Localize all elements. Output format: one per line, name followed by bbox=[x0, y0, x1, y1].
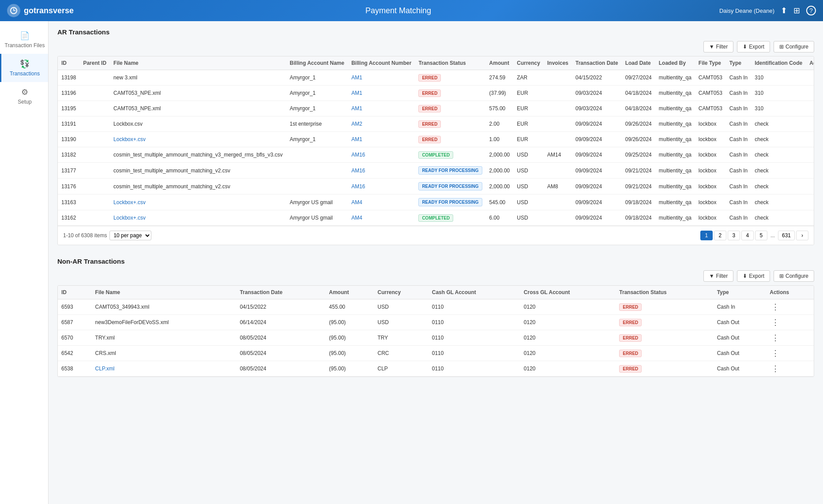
col-type: Type bbox=[714, 286, 767, 299]
status-badge: ERRED bbox=[418, 90, 441, 97]
row-actions-button[interactable]: ⋮ bbox=[809, 183, 814, 190]
row-actions-button[interactable]: ⋮ bbox=[809, 120, 814, 128]
row-actions-button[interactable]: ⋮ bbox=[809, 105, 814, 112]
col-transaction-date: Transaction Date bbox=[572, 56, 622, 70]
help-icon[interactable]: ? bbox=[806, 6, 816, 15]
account-number-link[interactable]: AM1 bbox=[351, 105, 362, 112]
row-actions-button[interactable]: ⋮ bbox=[770, 318, 781, 326]
row-actions-button[interactable]: ⋮ bbox=[770, 303, 781, 311]
cell-actions[interactable]: ⋮ bbox=[806, 86, 814, 101]
non-ar-filter-button[interactable]: ▼ Filter bbox=[703, 270, 734, 282]
row-actions-button[interactable]: ⋮ bbox=[770, 349, 781, 357]
cell-actions[interactable]: ⋮ bbox=[806, 132, 814, 147]
sidebar-item-transaction-files[interactable]: 📄 Transaction Files bbox=[0, 26, 48, 54]
cell-amount: 2,000.00 bbox=[486, 147, 514, 163]
cell-file-type: CAMT053 bbox=[695, 86, 726, 101]
row-actions-button[interactable]: ⋮ bbox=[809, 214, 814, 222]
page-title: Payment Matching bbox=[86, 6, 710, 15]
account-number-link[interactable]: AM4 bbox=[351, 215, 362, 221]
ar-configure-button[interactable]: ⊞ Configure bbox=[774, 41, 814, 52]
user-name[interactable]: Daisy Deane (Deane) bbox=[719, 7, 774, 14]
cell-actions[interactable]: ⋮ bbox=[806, 194, 814, 210]
cell-identification-code: check bbox=[751, 210, 806, 226]
non-ar-export-button[interactable]: ⬇ Export bbox=[737, 270, 770, 282]
file-name-link[interactable]: Lockbox+.csv bbox=[113, 199, 146, 205]
account-number-link[interactable]: AM4 bbox=[351, 199, 362, 205]
cell-actions[interactable]: ⋮ bbox=[806, 163, 814, 179]
page-btn-5[interactable]: 5 bbox=[755, 231, 767, 240]
file-name-link[interactable]: CLP.xml bbox=[95, 366, 115, 372]
page-btn-3[interactable]: 3 bbox=[728, 231, 740, 240]
cell-billing-account-name bbox=[286, 163, 348, 179]
row-actions-button[interactable]: ⋮ bbox=[809, 74, 814, 82]
cell-loaded-by: multientity_qa bbox=[655, 194, 695, 210]
row-actions-button[interactable]: ⋮ bbox=[809, 167, 814, 175]
col-transaction-status: Transaction Status bbox=[616, 286, 713, 299]
cell-transaction-date: 06/14/2024 bbox=[236, 315, 325, 330]
row-actions-button[interactable]: ⋮ bbox=[809, 198, 814, 206]
upload-icon[interactable]: ⬆ bbox=[781, 6, 787, 15]
col-file-type: File Type bbox=[695, 56, 726, 70]
cell-transaction-status: ERRED bbox=[415, 86, 485, 101]
cell-actions[interactable]: ⋮ bbox=[806, 210, 814, 226]
non-ar-configure-button[interactable]: ⊞ Configure bbox=[774, 270, 814, 282]
cell-actions[interactable]: ⋮ bbox=[806, 147, 814, 163]
cell-currency: USD bbox=[374, 315, 428, 330]
cell-cash-gl-account: 0110 bbox=[428, 361, 520, 377]
page-next-btn[interactable]: › bbox=[796, 231, 808, 240]
cell-parent-id bbox=[79, 116, 110, 132]
top-nav: gotransverse Payment Matching Daisy Dean… bbox=[0, 0, 823, 21]
ar-transactions-table: ID Parent ID File Name Billing Account N… bbox=[58, 56, 814, 226]
page-btn-2[interactable]: 2 bbox=[714, 231, 726, 240]
cell-invoices bbox=[544, 210, 572, 226]
cell-actions[interactable]: ⋮ bbox=[766, 346, 814, 361]
account-number-link[interactable]: AM2 bbox=[351, 121, 362, 127]
account-number-link[interactable]: AM1 bbox=[351, 136, 362, 142]
page-btn-631[interactable]: 631 bbox=[778, 231, 795, 240]
row-actions-button[interactable]: ⋮ bbox=[770, 365, 781, 373]
sidebar: 📄 Transaction Files 💱 Transactions ⚙ Set… bbox=[0, 21, 49, 504]
account-number-link[interactable]: AM16 bbox=[351, 183, 365, 190]
row-actions-button[interactable]: ⋮ bbox=[809, 151, 814, 159]
file-name-link[interactable]: Lockbox+.csv bbox=[113, 215, 146, 221]
cell-actions[interactable]: ⋮ bbox=[806, 116, 814, 132]
cell-loaded-by: multientity_qa bbox=[655, 70, 695, 86]
cell-transaction-date: 09/09/2024 bbox=[572, 147, 622, 163]
cell-transaction-date: 09/03/2024 bbox=[572, 86, 622, 101]
page-btn-1[interactable]: 1 bbox=[700, 231, 713, 240]
account-number-link[interactable]: AM1 bbox=[351, 75, 362, 81]
export-icon: ⬇ bbox=[743, 273, 747, 279]
cell-transaction-status: READY FOR PROCESSING bbox=[415, 194, 485, 210]
cell-invoices bbox=[544, 70, 572, 86]
cell-amount: (95.00) bbox=[326, 346, 374, 361]
non-ar-table-header-row: ID File Name Transaction Date Amount Cur… bbox=[58, 286, 814, 299]
cell-actions[interactable]: ⋮ bbox=[806, 70, 814, 86]
file-name-link[interactable]: Lockbox+.csv bbox=[113, 136, 146, 142]
sidebar-item-transactions[interactable]: 💱 Transactions bbox=[0, 54, 48, 82]
ar-table-row: 13182 cosmin_test_multiple_ammount_match… bbox=[58, 147, 814, 163]
cell-invoices bbox=[544, 163, 572, 179]
page-btn-4[interactable]: 4 bbox=[741, 231, 754, 240]
cell-actions[interactable]: ⋮ bbox=[806, 179, 814, 194]
cell-file-type: lockbox bbox=[695, 194, 726, 210]
cell-actions[interactable]: ⋮ bbox=[766, 315, 814, 330]
account-number-link[interactable]: AM1 bbox=[351, 90, 362, 96]
cell-parent-id bbox=[79, 86, 110, 101]
cell-actions[interactable]: ⋮ bbox=[766, 299, 814, 315]
cell-invoices bbox=[544, 116, 572, 132]
cell-invoices bbox=[544, 86, 572, 101]
grid-icon[interactable]: ⊞ bbox=[793, 6, 800, 15]
ar-export-button[interactable]: ⬇ Export bbox=[737, 41, 770, 52]
ar-filter-button[interactable]: ▼ Filter bbox=[703, 41, 734, 52]
cell-cross-gl-account: 0120 bbox=[520, 315, 616, 330]
account-number-link[interactable]: AM16 bbox=[351, 152, 365, 158]
sidebar-item-setup[interactable]: ⚙ Setup bbox=[0, 82, 48, 110]
cell-actions[interactable]: ⋮ bbox=[766, 330, 814, 346]
row-actions-button[interactable]: ⋮ bbox=[809, 135, 814, 143]
row-actions-button[interactable]: ⋮ bbox=[770, 334, 781, 342]
row-actions-button[interactable]: ⋮ bbox=[809, 89, 814, 97]
cell-actions[interactable]: ⋮ bbox=[806, 101, 814, 116]
cell-actions[interactable]: ⋮ bbox=[766, 361, 814, 377]
account-number-link[interactable]: AM16 bbox=[351, 168, 365, 174]
ar-per-page-select[interactable]: 10 per page 25 per page 50 per page bbox=[109, 231, 151, 240]
